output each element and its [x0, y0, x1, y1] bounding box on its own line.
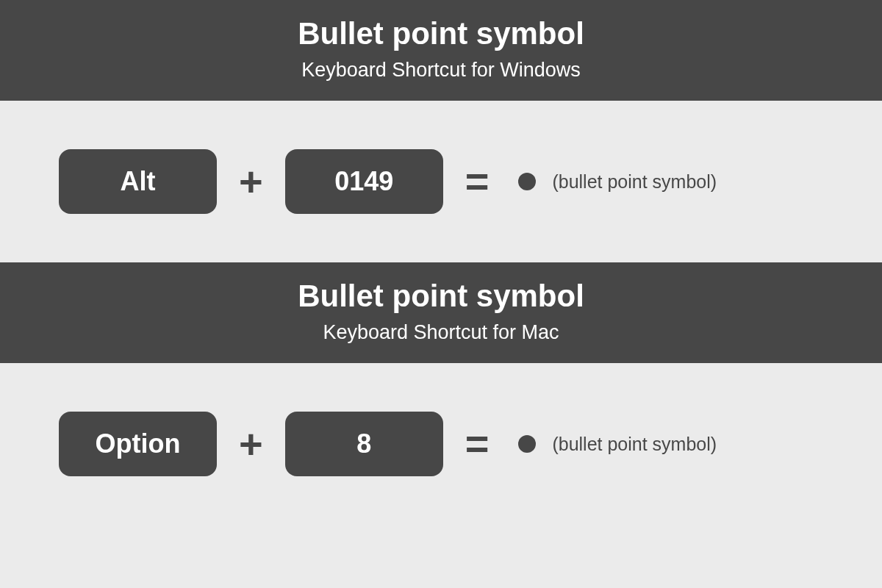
mac-title: Bullet point symbol [0, 279, 882, 314]
equals-icon: = [465, 161, 490, 202]
key-0149: 0149 [285, 149, 443, 214]
key-option: Option [59, 412, 217, 476]
windows-result: (bullet point symbol) [518, 171, 717, 193]
windows-section: Bullet point symbol Keyboard Shortcut fo… [0, 0, 882, 262]
key-8: 8 [285, 412, 443, 476]
mac-content: Option + 8 = (bullet point symbol) [0, 363, 882, 525]
windows-content: Alt + 0149 = (bullet point symbol) [0, 101, 882, 262]
equals-icon: = [465, 423, 490, 465]
mac-header: Bullet point symbol Keyboard Shortcut fo… [0, 262, 882, 363]
bullet-label: (bullet point symbol) [552, 434, 717, 455]
bullet-label: (bullet point symbol) [552, 171, 717, 193]
mac-subtitle: Keyboard Shortcut for Mac [0, 321, 882, 344]
mac-result: (bullet point symbol) [518, 434, 717, 455]
windows-title: Bullet point symbol [0, 16, 882, 51]
windows-header: Bullet point symbol Keyboard Shortcut fo… [0, 0, 882, 101]
mac-section: Bullet point symbol Keyboard Shortcut fo… [0, 262, 882, 525]
key-alt: Alt [59, 149, 217, 214]
bullet-icon [518, 173, 536, 190]
bullet-icon [518, 435, 536, 453]
windows-subtitle: Keyboard Shortcut for Windows [0, 59, 882, 82]
plus-icon: + [239, 423, 263, 465]
plus-icon: + [239, 161, 263, 202]
